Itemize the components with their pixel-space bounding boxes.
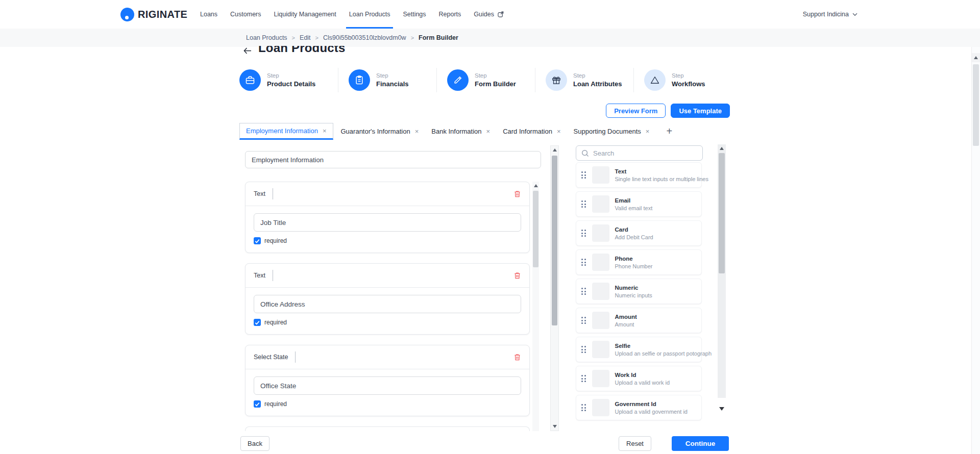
drag-handle-icon[interactable] [581,230,586,237]
trash-icon[interactable] [513,271,521,280]
nav-item-customers[interactable]: Customers [230,0,261,29]
close-icon[interactable]: × [486,128,491,135]
palette-item-text[interactable]: TextSingle line text inputs or multiple … [576,162,702,188]
nav-item-guides[interactable]: Guides [474,0,504,29]
field-label-input[interactable] [254,295,521,313]
tab-label: Supporting Documents [574,128,641,135]
scroll-up-icon[interactable] [534,184,538,187]
field-card: Text required [245,182,530,253]
scroll-up-icon[interactable] [551,146,558,154]
palette-item-title: Email [615,197,653,204]
tab-bank-information[interactable]: Bank Information × [426,123,495,140]
nav-item-label: Loan Products [349,11,390,18]
scrollbar-thumb[interactable] [533,191,538,267]
nav-item-loan-products[interactable]: Loan Products [349,0,390,29]
scrollbar-thumb[interactable] [973,64,979,146]
account-menu[interactable]: Support Indicina [803,0,857,29]
palette-item-subtitle: Upload a valid government id [615,409,688,415]
field-label-input[interactable] [254,213,521,232]
section-name-input[interactable] [245,151,541,168]
preview-form-button[interactable]: Preview Form [606,104,666,118]
scroll-up-icon[interactable] [972,53,980,62]
drag-handle-icon[interactable] [581,404,586,411]
nav-item-reports[interactable]: Reports [439,0,461,29]
continue-button[interactable]: Continue [672,436,729,451]
step-workflows[interactable]: Step Workflows [633,68,732,92]
field-type-label[interactable]: Text [254,272,265,279]
required-checkbox[interactable] [254,400,261,408]
palette-item-phone[interactable]: PhonePhone Number [576,249,702,275]
tab-employment-information[interactable]: Employment Information × [239,123,333,140]
breadcrumb-loan-products[interactable]: Loan Products [246,34,287,41]
drag-handle-icon[interactable] [581,317,586,324]
nav-item-label: Guides [474,11,494,18]
drag-handle-icon[interactable] [581,375,586,382]
clipboard-icon [349,69,370,91]
brand-logo[interactable]: RIGINATE [120,0,187,29]
nav-item-label: Loans [200,11,217,18]
required-row: required [254,237,521,244]
palette-item-subtitle: Single line text inputs or multiple line… [615,176,697,182]
close-icon[interactable]: × [415,128,419,135]
field-label-input[interactable] [254,376,521,395]
tab-card-information[interactable]: Card Information × [498,123,566,140]
trash-icon[interactable] [513,353,521,361]
drag-handle-icon[interactable] [581,200,586,208]
palette-item-email[interactable]: EmailValid email text [576,191,702,217]
step-financials[interactable]: Step Financials [338,68,436,92]
close-icon[interactable]: × [557,128,561,135]
palette-item-subtitle: Add Debit Card [615,234,653,240]
nav-item-loans[interactable]: Loans [200,0,217,29]
drag-handle-icon[interactable] [581,346,586,353]
page-scrollbar[interactable] [971,47,980,454]
text-cursor [273,188,273,199]
breadcrumb-edit[interactable]: Edit [300,34,311,41]
tab-guarantors-information[interactable]: Guarantor's Information × [336,123,424,140]
breadcrumb-product-id[interactable]: Cls90i55b003510lzblovdm0w [323,34,406,41]
nav-item-settings[interactable]: Settings [403,0,426,29]
scroll-down-icon[interactable] [719,407,724,411]
add-tab-button[interactable]: + [661,123,677,140]
search-input[interactable] [593,149,697,157]
tab-supporting-documents[interactable]: Supporting Documents × [569,123,655,140]
palette-item-subtitle: Phone Number [615,263,653,269]
palette-item-thumbnail [592,224,609,242]
close-icon[interactable]: × [323,128,327,134]
drag-handle-icon[interactable] [581,171,586,179]
palette-item-card[interactable]: CardAdd Debit Card [576,220,702,246]
step-label: Step [475,72,516,79]
back-arrow-icon[interactable] [243,47,252,54]
required-checkbox[interactable] [254,237,261,244]
scroll-up-icon[interactable] [720,147,724,150]
palette-item-work-id[interactable]: Work IdUpload a valid work id [576,366,702,391]
scroll-down-icon[interactable] [551,422,558,431]
step-label: Step [376,72,409,79]
use-template-button[interactable]: Use Template [671,104,730,118]
step-loan-attributes[interactable]: Step Loan Attributes [535,68,633,92]
field-type-label[interactable]: Text [254,190,265,197]
required-checkbox[interactable] [254,319,261,326]
back-button[interactable]: Back [240,436,270,451]
close-icon[interactable]: × [646,128,650,135]
palette-scrollbar[interactable] [718,144,726,413]
reset-button[interactable]: Reset [619,436,651,451]
step-product-details[interactable]: Step Product Details [239,68,338,92]
palette-item-amount[interactable]: AmountAmount [576,308,702,333]
scrollbar-thumb[interactable] [552,156,557,325]
scrollbar-thumb[interactable] [719,153,725,273]
field-card-body: required [246,288,529,334]
trash-icon[interactable] [513,190,521,198]
step-name: Loan Attributes [573,80,622,88]
step-form-builder[interactable]: Step Form Builder [436,68,535,92]
page-title: Loan Products [258,46,346,55]
field-type-label[interactable]: Select State [254,354,288,361]
nav-item-liquidity-management[interactable]: Liquidity Management [274,0,336,29]
canvas-scrollbar[interactable] [550,145,559,431]
palette-item-title: Government Id [615,401,688,407]
drag-handle-icon[interactable] [581,259,586,266]
palette-item-numeric[interactable]: NumericNumeric inputs [576,279,702,304]
form-scrollbar[interactable] [532,182,539,431]
drag-handle-icon[interactable] [581,288,586,295]
palette-item-government-id[interactable]: Government IdUpload a valid government i… [576,395,702,420]
palette-item-selfie[interactable]: SelfieUpload an selfie or passport potog… [576,337,702,362]
